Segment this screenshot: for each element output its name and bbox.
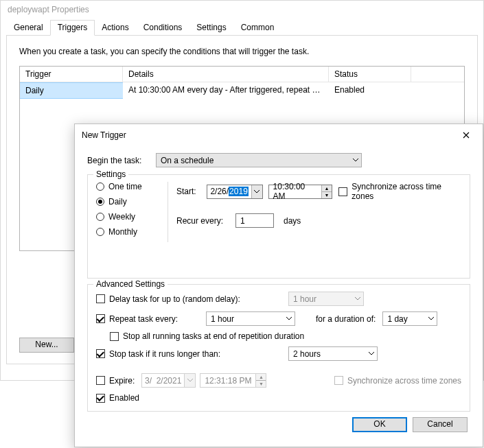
chevron-down-icon[interactable] [251, 185, 262, 198]
close-button[interactable] [455, 128, 477, 142]
radio-weekly[interactable]: Weekly [96, 212, 159, 222]
stop-at-end-label: Stop all running tasks at end of repetit… [123, 331, 304, 341]
delay-label: Delay task for up to (random delay): [109, 294, 240, 304]
close-icon [463, 132, 470, 139]
checkbox-icon [338, 187, 347, 196]
tab-conditions[interactable]: Conditions [136, 20, 190, 35]
repeat-label: Repeat task every: [109, 314, 178, 324]
begin-task-select[interactable]: On a schedule [156, 153, 362, 167]
recur-unit: days [284, 216, 301, 226]
stop-long-label: Stop task if it runs longer than: [109, 349, 220, 359]
tab-common[interactable]: Common [233, 20, 282, 35]
radio-label: Weekly [108, 212, 135, 222]
col-header-status[interactable]: Status [329, 67, 411, 82]
cancel-button[interactable]: Cancel [413, 417, 468, 432]
radio-icon [96, 213, 104, 221]
advanced-settings-group: Advanced Settings Delay task for up to (… [87, 284, 470, 412]
chevron-down-icon [428, 317, 434, 320]
duration-value-select[interactable]: 1 day [382, 311, 437, 326]
start-date-prefix: 2/26/ [210, 187, 229, 196]
checkbox-icon [96, 376, 105, 385]
dialog-titlebar: New Trigger [75, 124, 483, 146]
new-trigger-button[interactable]: New... [19, 338, 74, 353]
checkbox-icon [96, 394, 105, 403]
chevron-down-icon [286, 317, 292, 320]
chevron-down-icon [184, 374, 195, 387]
cell-trigger: Daily [20, 82, 123, 99]
new-trigger-dialog: New Trigger Begin the task: On a schedul… [74, 123, 483, 447]
radio-label: Monthly [108, 227, 137, 237]
tab-settings[interactable]: Settings [189, 20, 233, 35]
settings-legend: Settings [93, 169, 128, 179]
expire-sync-label: Synchronize across time zones [347, 376, 461, 386]
radio-label: One time [108, 182, 142, 191]
recur-label: Recur every: [176, 216, 235, 226]
chevron-down-icon [355, 297, 360, 300]
tab-triggers[interactable]: Triggers [50, 20, 95, 36]
checkbox-icon [96, 349, 105, 358]
stop-at-end-checkbox[interactable]: Stop all running tasks at end of repetit… [110, 331, 304, 341]
start-date-field[interactable]: 2/26/2019 [207, 185, 262, 199]
radio-icon [96, 182, 104, 191]
start-date-year-selected: 2019 [229, 187, 249, 196]
expire-time-field: 12:31:18 PM ▲▼ [200, 373, 266, 388]
cell-status: Enabled [329, 82, 411, 99]
duration-label: for a duration of: [316, 314, 376, 324]
enabled-label: Enabled [109, 393, 139, 403]
stop-long-value: 2 hours [293, 349, 321, 359]
delay-checkbox[interactable]: Delay task for up to (random delay): [96, 294, 288, 304]
radio-daily[interactable]: Daily [96, 197, 159, 207]
table-row[interactable]: Daily At 10:30:00 AM every day - After t… [20, 82, 464, 99]
col-header-details[interactable]: Details [123, 67, 329, 82]
settings-group: Settings One time Daily Weekly Monthly S… [87, 174, 470, 279]
triggers-hint: When you create a task, you can specify … [19, 47, 465, 56]
expire-sync-checkbox: Synchronize across time zones [334, 376, 461, 386]
expire-date-value: 3/ 2/2021 [142, 376, 184, 386]
triggers-table-header: Trigger Details Status [20, 67, 464, 82]
radio-monthly[interactable]: Monthly [96, 227, 159, 237]
checkbox-icon [334, 376, 343, 385]
frequency-radios: One time Daily Weekly Monthly [96, 182, 159, 242]
tab-actions[interactable]: Actions [94, 20, 136, 35]
expire-date-field: 3/ 2/2021 [141, 373, 196, 388]
chevron-down-icon [353, 158, 358, 162]
repeat-value: 1 hour [211, 314, 234, 324]
begin-task-label: Begin the task: [87, 156, 156, 165]
expire-checkbox[interactable]: Expire: [96, 376, 141, 386]
window-title: deploywapt Properties [1, 1, 483, 20]
dialog-title: New Trigger [82, 130, 126, 140]
radio-label: Daily [108, 197, 127, 207]
radio-icon [96, 228, 104, 236]
spinner-icon: ▲▼ [255, 374, 266, 387]
tab-general[interactable]: General [6, 20, 51, 35]
checkbox-icon [110, 332, 119, 341]
repeat-value-select[interactable]: 1 hour [206, 311, 295, 326]
stop-long-checkbox[interactable]: Stop task if it runs longer than: [96, 349, 288, 359]
delay-value-select: 1 hour [288, 292, 364, 306]
checkbox-icon [96, 294, 105, 303]
sync-timezones-label: Synchronize across time zones [352, 182, 461, 201]
chevron-down-icon [369, 352, 374, 355]
recur-value-field[interactable]: 1 [235, 213, 274, 228]
duration-value: 1 day [387, 314, 407, 324]
radio-icon [96, 198, 104, 206]
repeat-checkbox[interactable]: Repeat task every: [96, 314, 206, 324]
radio-one-time[interactable]: One time [96, 182, 159, 191]
begin-task-value: On a schedule [161, 156, 214, 165]
col-header-trigger[interactable]: Trigger [20, 67, 123, 82]
start-time-field[interactable]: 10:30:00 AM ▲▼ [268, 185, 332, 199]
spinner-icon[interactable]: ▲▼ [321, 185, 331, 198]
sync-timezones-checkbox[interactable]: Synchronize across time zones [338, 182, 461, 201]
start-time-value: 10:30:00 AM [269, 182, 322, 201]
stop-long-value-select[interactable]: 2 hours [288, 346, 378, 361]
expire-label: Expire: [109, 376, 135, 386]
delay-value: 1 hour [293, 294, 316, 304]
tab-strip: General Triggers Actions Conditions Sett… [1, 20, 483, 35]
checkbox-icon [96, 314, 105, 323]
expire-time-value: 12:31:18 PM [200, 376, 255, 386]
ok-button[interactable]: OK [352, 417, 407, 432]
enabled-checkbox[interactable]: Enabled [96, 393, 139, 403]
advanced-legend: Advanced Settings [93, 279, 168, 289]
cell-details: At 10:30:00 AM every day - After trigger… [123, 82, 329, 99]
start-label: Start: [176, 187, 207, 196]
